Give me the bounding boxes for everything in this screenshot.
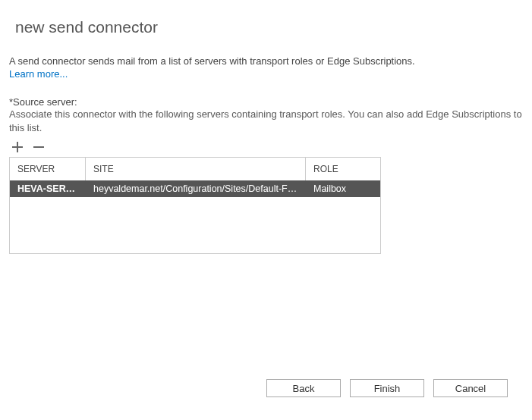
table-header: SERVER SITE ROLE: [10, 158, 380, 180]
page-title: new send connector: [0, 0, 532, 36]
svg-rect-0: [33, 146, 44, 148]
cell-role: Mailbox: [306, 183, 380, 194]
remove-icon[interactable]: [32, 140, 46, 154]
column-role[interactable]: ROLE: [306, 158, 380, 180]
cell-server: HEVA-SERVE...: [10, 183, 86, 194]
table-toolbar: [9, 140, 523, 154]
source-server-help: Associate this connector with the follow…: [9, 108, 523, 135]
table-row[interactable]: HEVA-SERVE... heyvaldemar.net/Configurat…: [10, 180, 380, 197]
cell-site: heyvaldemar.net/Configuration/Sites/Defa…: [86, 183, 306, 194]
wizard-footer: Back Finish Cancel: [266, 379, 508, 397]
add-icon[interactable]: [11, 140, 24, 154]
source-server-label: *Source server:: [9, 96, 523, 108]
cancel-button[interactable]: Cancel: [433, 379, 508, 397]
learn-more-link[interactable]: Learn more...: [9, 68, 68, 80]
back-button[interactable]: Back: [266, 379, 341, 397]
column-site[interactable]: SITE: [86, 158, 306, 180]
column-server[interactable]: SERVER: [10, 158, 86, 180]
finish-button[interactable]: Finish: [350, 379, 424, 397]
source-server-table: SERVER SITE ROLE HEVA-SERVE... heyvaldem…: [9, 157, 381, 254]
description-text: A send connector sends mail from a list …: [9, 55, 523, 68]
